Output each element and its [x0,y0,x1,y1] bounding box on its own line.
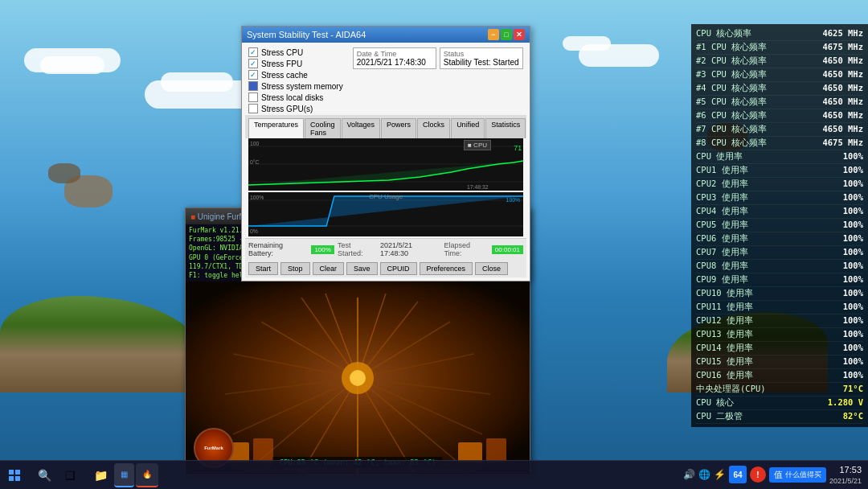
tab-clocks[interactable]: Clocks [417,118,450,138]
test-time-value: 2021/5/21 17:48:30 [380,241,440,257]
cpu-panel-row: CPU 使用率100% [696,150,863,164]
cpu-panel-row: CPU6 使用率100% [696,232,863,246]
cpu-panel-value: 100% [843,343,863,354]
cpu-panel-row: CPU 二极管82°C [696,410,863,424]
cpu-panel-label: CPU3 使用率 [696,192,748,203]
stability-titlebar[interactable]: System Stability Test - AIDA64 − □ ✕ [242,27,530,43]
tray-icon-3[interactable]: ⚡ [714,469,726,480]
cpu-panel-value: 4650 MHz [822,97,863,108]
cpu-panel-value: 71°C [843,384,863,395]
stress-memory-checkbox[interactable]: Stress system memory [248,81,343,91]
cpu-panel-label: CPU 核心 [696,397,734,409]
preferences-button[interactable]: Preferences [420,262,473,275]
minimize-button[interactable]: − [488,29,499,40]
close-button[interactable]: ✕ [514,29,525,40]
furmark-logo-text: FurMark [204,446,223,450]
tab-unified[interactable]: Unified [451,118,485,138]
cpu-panel-row: CPU8 使用率100% [696,260,863,273]
titlebar-controls: − □ ✕ [488,29,525,40]
tray-icon-2[interactable]: 🌐 [698,469,710,480]
cpu-panel-row: #7 CPU 核心频率4650 MHz [696,123,863,137]
svg-rect-39 [486,438,506,462]
clear-button[interactable]: Clear [313,262,345,275]
cpu-panel-row: CPU 核心1.280 V [696,397,863,410]
start-button-taskbar[interactable] [0,461,29,490]
tab-powers[interactable]: Powers [381,118,416,138]
fpu-checkbox-box[interactable] [248,59,258,68]
stop-button[interactable]: Stop [280,262,310,275]
search-taskbar-icon[interactable]: 🔍 [32,463,56,487]
system-clock[interactable]: 17:53 2021/5/21 [829,464,862,487]
stress-fpu-checkbox[interactable]: Stress FPU [248,59,343,68]
cpu-panel-label: CPU11 使用率 [696,302,753,313]
cpu-panel-value: 4650 MHz [822,110,863,121]
disks-checkbox-box[interactable] [248,92,258,102]
cpu-panel-label: #3 CPU 核心频率 [696,69,767,80]
furmark-taskbar-icon: 🔥 [142,470,152,479]
save-button[interactable]: Save [346,262,378,275]
cloud [161,72,233,92]
cpu-panel-value: 100% [843,151,863,162]
cpu-checkbox-box[interactable] [248,47,258,57]
stability-test-taskbar[interactable]: ▦ [114,463,134,487]
cpu-panel-value: 100% [843,356,863,368]
clock-time: 17:53 [829,464,862,476]
maximize-button[interactable]: □ [501,29,512,40]
stability-test-window: System Stability Test - AIDA64 − □ ✕ Str… [241,26,530,281]
cpu-panel-value: 100% [843,315,863,327]
cpu-panel-row: CPU2 使用率100% [696,178,863,191]
temperature-graph: 100 0°C 17:48:32 71 ■ CPU [248,138,523,191]
tab-voltages[interactable]: Voltages [342,118,381,138]
badge-64[interactable]: 64 [729,466,747,483]
clock-date: 2021/5/21 [829,476,862,487]
furmark-taskbar[interactable]: 🔥 [136,463,158,487]
cpu-panel-value: 100% [843,370,863,381]
cpu-panel-label: 中央处理器(CPU) [696,384,766,395]
antivirus-icon[interactable]: ! [750,466,766,483]
stress-disks-checkbox[interactable]: Stress local disks [248,92,343,102]
cpuid-button[interactable]: CPUID [380,262,417,275]
task-view-icon[interactable]: ❑ [58,463,82,487]
cpu-panel-row: #3 CPU 核心频率4650 MHz [696,68,863,82]
cpu-panel-row: CPU13 使用率100% [696,328,863,342]
gpu-checkbox-box[interactable] [248,104,258,113]
date-status-area: Date & Time 2021/5/21 17:48:30 Status St… [350,46,526,115]
cpu-panel-value: 100% [843,329,863,340]
cpu-panel-row: CPU5 使用率100% [696,219,863,232]
tray-icon-1[interactable]: 🔊 [683,469,695,480]
remaining-battery-label: Remaining Battery: [248,241,308,257]
start-button[interactable]: Start [248,262,278,275]
status-value: Stability Test: Started [444,58,519,67]
memory-checkbox-box[interactable] [248,81,258,91]
tab-cooling-fans[interactable]: Cooling Fans [305,118,341,138]
file-explorer-taskbar[interactable]: 📁 [88,463,113,487]
stress-cpu-checkbox[interactable]: Stress CPU [248,47,343,57]
cpu-panel-row: CPU14 使用率100% [696,342,863,355]
cache-checkbox-box[interactable] [248,70,258,80]
date-status-row: Date & Time 2021/5/21 17:48:30 Status St… [350,46,526,71]
svg-rect-42 [9,476,14,481]
stability-content: Stress CPU Stress FPU Stress cache Stres… [242,43,530,281]
date-value: 2021/5/21 17:48:30 [357,58,426,67]
cpu-panel-label: CPU 核心频率 [696,28,751,39]
stress-cache-checkbox[interactable]: Stress cache [248,70,343,80]
cpu-panel-label: #4 CPU 核心频率 [696,83,767,94]
cpu-usage-graph: 100% 0% 100% CPU Usage [248,192,523,236]
cpu-panel-row: CPU16 使用率100% [696,369,863,383]
graph-cpu-tag: ■ CPU [464,140,491,150]
stress-gpu-checkbox[interactable]: Stress GPU(s) [248,104,343,113]
tab-temperatures[interactable]: Temperatures [248,118,304,138]
cpu-panel-row: 中央处理器(CPU)71°C [696,383,863,397]
cpu-panel-label: CPU12 使用率 [696,315,753,327]
zhihu-badge[interactable]: 值 什么值得买 [769,467,826,483]
close-main-button[interactable]: Close [475,262,508,275]
stability-title: System Stability Test - AIDA64 [247,30,366,39]
battery-value: 100% [311,245,334,254]
elapsed-label: Elapsed Time: [444,241,488,257]
cpu-panel-row: CPU4 使用率100% [696,205,863,219]
cpu-panel-value: 4650 MHz [822,69,863,80]
cpu-panel-value: 4650 MHz [822,124,863,135]
tab-statistics[interactable]: Statistics [485,118,526,138]
taskbar-right-area: 🔊 🌐 ⚡ 64 ! 值 什么值得买 17:53 2021/5/21 [677,464,868,487]
cpu-panel-label: CPU15 使用率 [696,356,753,368]
